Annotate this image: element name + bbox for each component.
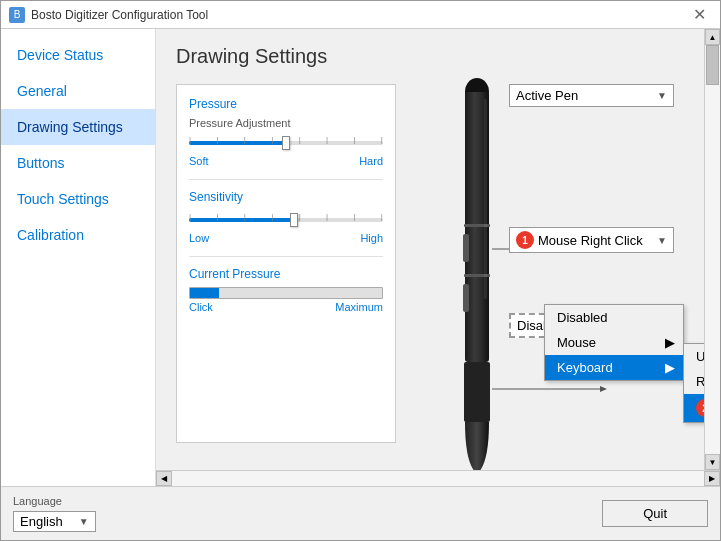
scroll-up-button[interactable]: ▲	[705, 29, 720, 45]
pen-image	[442, 74, 512, 470]
pen-area: Active Pen ▼ 1 Mouse Right Click ▼	[412, 84, 684, 443]
scroll-track	[705, 45, 720, 454]
menu-item-keyboard[interactable]: Keyboard ▶	[545, 355, 683, 380]
menu-keyboard-sub-arrow: ▶	[665, 360, 675, 375]
scrollbar-vertical: ▲ ▼	[704, 29, 720, 470]
button1-value: Mouse Right Click	[538, 233, 657, 248]
menu-item-mouse[interactable]: Mouse ▶	[545, 330, 683, 355]
redo-label: Redo	[696, 374, 704, 389]
svg-rect-5	[484, 99, 487, 299]
main-window: B Bosto Digitizer Configuration Tool ✕ D…	[0, 0, 721, 541]
current-pressure-label: Current Pressure	[189, 267, 383, 281]
sensitivity-slider-bg[interactable]: ||||||||	[189, 218, 383, 222]
low-label: Low	[189, 232, 209, 244]
quit-button[interactable]: Quit	[602, 500, 708, 527]
undo-label: Undo	[696, 349, 704, 364]
menu-item-disabled[interactable]: Disabled	[545, 305, 683, 330]
pressure-slider-container: |||||||| Soft Hard	[189, 133, 383, 167]
scroll-left-button[interactable]: ◀	[156, 471, 172, 486]
pen-mode-dropdown[interactable]: Active Pen ▼	[509, 84, 674, 107]
bottom-bar: Language English ▼ Quit	[1, 486, 720, 540]
window-title: Bosto Digitizer Configuration Tool	[31, 8, 208, 22]
scroll-h-track	[172, 471, 704, 486]
language-arrow: ▼	[79, 516, 89, 527]
keyboard-submenu: Undo Redo 2 Keystroke ...	[683, 343, 704, 423]
pressure-slider-bg[interactable]: ||||||||	[189, 141, 383, 145]
submenu-redo[interactable]: Redo	[684, 369, 704, 394]
soft-label: Soft	[189, 155, 209, 167]
titlebar-left: B Bosto Digitizer Configuration Tool	[9, 7, 208, 23]
sidebar-item-touch-settings[interactable]: Touch Settings	[1, 181, 155, 217]
maximum-label: Maximum	[335, 301, 383, 313]
sensitivity-label: Sensitivity	[189, 190, 383, 204]
svg-rect-4	[464, 362, 490, 422]
button1-arrow: ▼	[657, 235, 667, 246]
pressure-slider-thumb[interactable]	[282, 136, 290, 150]
submenu-undo[interactable]: Undo	[684, 344, 704, 369]
pressure-range-labels: Click Maximum	[189, 301, 383, 313]
language-label: Language	[13, 495, 96, 507]
scroll-down-button[interactable]: ▼	[705, 454, 720, 470]
app-icon: B	[9, 7, 25, 23]
main-content: Drawing Settings Pressure Pressure Adjus…	[156, 29, 704, 470]
menu-disabled-label: Disabled	[557, 310, 608, 325]
pen-mode-value: Active Pen	[516, 88, 657, 103]
pressure-adj-label: Pressure Adjustment	[189, 117, 383, 129]
middle-area: Device Status General Drawing Settings B…	[1, 29, 720, 486]
submenu-keystroke[interactable]: 2 Keystroke ...	[684, 394, 704, 422]
sidebar-item-buttons[interactable]: Buttons	[1, 145, 155, 181]
titlebar: B Bosto Digitizer Configuration Tool ✕	[1, 1, 720, 29]
scroll-right-button[interactable]: ▶	[704, 471, 720, 486]
pen-mode-arrow: ▼	[657, 90, 667, 101]
sidebar: Device Status General Drawing Settings B…	[1, 29, 156, 486]
sidebar-item-general[interactable]: General	[1, 73, 155, 109]
language-value: English	[20, 514, 79, 529]
close-button[interactable]: ✕	[687, 3, 712, 26]
menu-mouse-label: Mouse	[557, 335, 596, 350]
current-pressure-bar	[189, 287, 383, 299]
sensitivity-slider-track: ||||||||	[189, 210, 383, 230]
pressure-slider-track: ||||||||	[189, 133, 383, 153]
svg-rect-6	[463, 234, 469, 262]
page-title: Drawing Settings	[176, 45, 684, 68]
layout: Device Status General Drawing Settings B…	[1, 29, 720, 540]
keystroke-badge: 2	[696, 399, 704, 417]
svg-marker-11	[600, 386, 607, 392]
high-label: High	[360, 232, 383, 244]
language-section: Language English ▼	[13, 495, 96, 532]
settings-panel: Pressure Pressure Adjustment ||||||||	[176, 84, 396, 443]
hard-label: Hard	[359, 155, 383, 167]
main-scroll: Drawing Settings Pressure Pressure Adjus…	[156, 29, 720, 470]
language-dropdown[interactable]: English ▼	[13, 511, 96, 532]
button1-dropdown[interactable]: 1 Mouse Right Click ▼	[509, 227, 674, 253]
click-label: Click	[189, 301, 213, 313]
menu-mouse-sub-arrow: ▶	[665, 335, 675, 350]
pressure-label: Pressure	[189, 97, 383, 111]
right-dropdowns: Active Pen ▼ 1 Mouse Right Click ▼	[509, 84, 684, 338]
scroll-thumb[interactable]	[706, 45, 719, 85]
sensitivity-slider-container: |||||||| Low High	[189, 210, 383, 244]
sidebar-item-device-status[interactable]: Device Status	[1, 37, 155, 73]
scrollbar-horizontal: ◀ ▶	[156, 470, 720, 486]
sensitivity-slider-thumb[interactable]	[290, 213, 298, 227]
sidebar-item-drawing-settings[interactable]: Drawing Settings	[1, 109, 155, 145]
svg-rect-7	[463, 284, 469, 312]
sensitivity-labels: Low High	[189, 232, 383, 244]
button1-badge: 1	[516, 231, 534, 249]
context-menu: Disabled Mouse ▶ Keyboard ▶	[544, 304, 684, 381]
sidebar-item-calibration[interactable]: Calibration	[1, 217, 155, 253]
menu-keyboard-label: Keyboard	[557, 360, 613, 375]
pressure-labels: Soft Hard	[189, 155, 383, 167]
main-area: Drawing Settings Pressure Pressure Adjus…	[156, 29, 720, 486]
